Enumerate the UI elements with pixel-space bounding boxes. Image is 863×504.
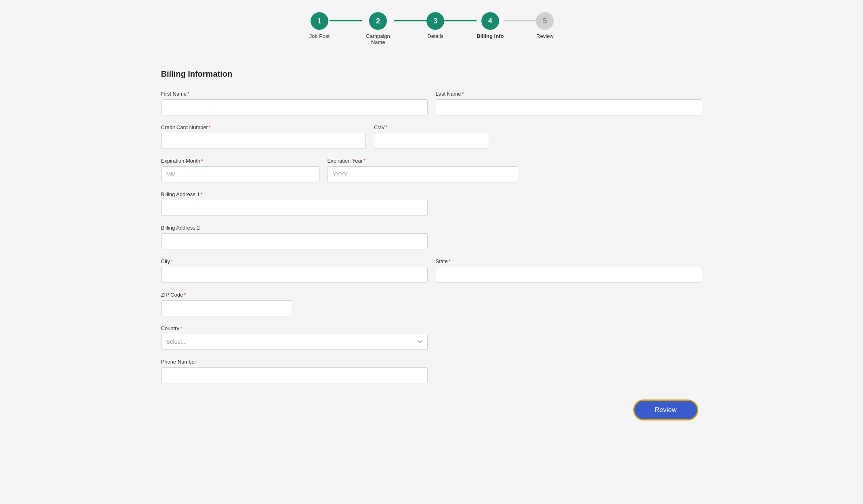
phone-input[interactable] [161, 367, 428, 383]
state-label: State* [436, 258, 702, 264]
step-4-circle: 4 [481, 12, 499, 30]
step-5: 5 Review [536, 12, 554, 39]
step-4: 4 Billing Info [477, 12, 504, 39]
phone-row: Phone Number [161, 359, 702, 383]
connector-3-4 [444, 20, 477, 21]
billing-address1-input[interactable] [161, 200, 428, 216]
city-group: City* [161, 258, 428, 283]
exp-year-group: Expiration Year* [328, 158, 518, 182]
billing-address2-row: Billing Address 2 [161, 225, 702, 249]
first-name-input[interactable] [161, 99, 428, 115]
step-2: 2 Campaign Name [362, 12, 394, 45]
billing-address2-input[interactable] [161, 233, 428, 249]
exp-year-input[interactable] [328, 166, 518, 182]
city-state-row: City* State* [161, 258, 702, 283]
step-1: 1 Job Post [309, 12, 330, 39]
step-1-circle: 1 [311, 12, 328, 30]
first-name-group: First Name* [161, 91, 428, 115]
step-3-label: Details [427, 33, 443, 39]
country-row: Country* Select... [161, 325, 702, 350]
step-2-label: Campaign Name [362, 33, 394, 45]
state-input[interactable] [436, 267, 702, 283]
stepper: 1 Job Post 2 Campaign Name 3 Details 4 B… [157, 12, 706, 45]
billing-section-title: Billing Information [161, 69, 702, 79]
exp-month-input[interactable] [161, 166, 319, 182]
billing-address1-row: Billing Address 1* [161, 191, 702, 216]
step-4-label: Billing Info [477, 33, 504, 39]
review-button[interactable]: Review [633, 399, 698, 420]
country-label: Country* [161, 325, 428, 331]
credit-card-group: Credit Card Number* [161, 124, 366, 149]
zip-group: ZIP Code* [161, 292, 292, 316]
billing-form: Billing Information First Name* Last Nam… [157, 69, 706, 420]
last-name-group: Last Name* [436, 91, 702, 115]
zip-row: ZIP Code* [161, 292, 702, 316]
connector-1-2 [330, 20, 362, 21]
last-name-label: Last Name* [436, 91, 702, 97]
exp-month-label: Expiration Month* [161, 158, 319, 164]
bottom-bar: Review [161, 399, 702, 420]
step-5-label: Review [536, 33, 554, 39]
state-group: State* [436, 258, 702, 283]
first-name-label: First Name* [161, 91, 428, 97]
step-2-circle: 2 [369, 12, 387, 30]
card-row: Credit Card Number* CVV* [161, 124, 702, 149]
connector-2-3 [394, 20, 426, 21]
exp-year-label: Expiration Year* [328, 158, 518, 164]
city-input[interactable] [161, 267, 428, 283]
credit-card-label: Credit Card Number* [161, 124, 366, 130]
city-label: City* [161, 258, 428, 264]
step-3: 3 Details [426, 12, 444, 39]
billing-address1-group: Billing Address 1* [161, 191, 428, 216]
billing-address1-label: Billing Address 1* [161, 191, 428, 197]
name-row: First Name* Last Name* [161, 91, 702, 115]
last-name-input[interactable] [436, 99, 702, 115]
zip-input[interactable] [161, 300, 292, 316]
cvv-input[interactable] [374, 133, 489, 149]
step-1-label: Job Post [309, 33, 330, 39]
phone-group: Phone Number [161, 359, 428, 383]
step-5-circle: 5 [536, 12, 554, 30]
exp-month-group: Expiration Month* [161, 158, 319, 182]
step-3-circle: 3 [426, 12, 444, 30]
phone-label: Phone Number [161, 359, 428, 365]
credit-card-input[interactable] [161, 133, 366, 149]
country-select[interactable]: Select... [161, 334, 428, 350]
billing-address2-group: Billing Address 2 [161, 225, 428, 249]
cvv-group: CVV* [374, 124, 489, 149]
country-group: Country* Select... [161, 325, 428, 350]
expiry-row: Expiration Month* Expiration Year* [161, 158, 702, 182]
billing-address2-label: Billing Address 2 [161, 225, 428, 231]
cvv-label: CVV* [374, 124, 489, 130]
connector-4-5 [504, 20, 536, 21]
zip-label: ZIP Code* [161, 292, 292, 298]
